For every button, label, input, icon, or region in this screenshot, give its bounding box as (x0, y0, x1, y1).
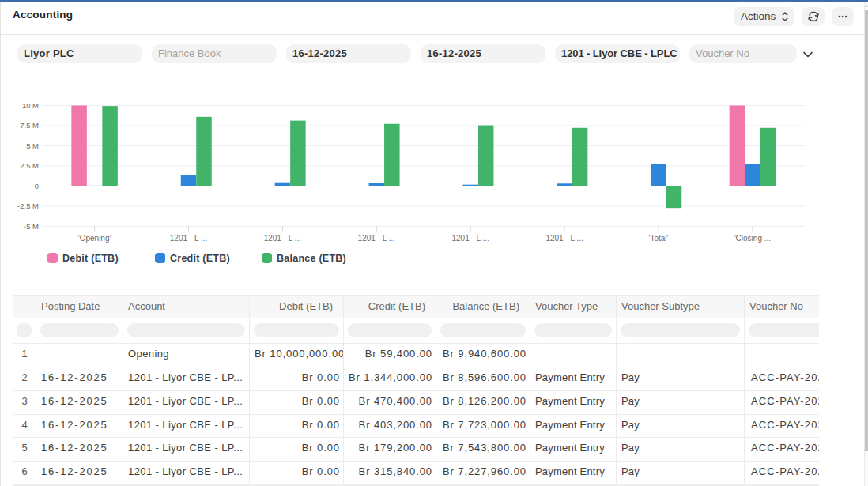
svg-text:-5 M: -5 M (24, 222, 39, 231)
svg-text:1201 - L ...: 1201 - L ... (358, 234, 395, 243)
svg-text:10 M: 10 M (22, 101, 39, 110)
svg-text:'Total': 'Total' (649, 234, 669, 243)
svg-text:0: 0 (35, 182, 39, 190)
svg-text:-2.5 M: -2.5 M (17, 202, 39, 210)
svg-text:1201 - L ...: 1201 - L ... (545, 234, 583, 243)
svg-text:7.5 M: 7.5 M (20, 121, 39, 130)
svg-text:1201 - L ...: 1201 - L ... (264, 234, 301, 243)
svg-text:2.5 M: 2.5 M (20, 161, 39, 170)
svg-text:1201 - L ...: 1201 - L ... (170, 234, 207, 243)
svg-text:'Opening': 'Opening' (78, 234, 111, 243)
svg-text:1201 - L ...: 1201 - L ... (451, 234, 489, 243)
svg-text:'Closing ...: 'Closing ... (734, 234, 771, 243)
svg-text:5 M: 5 M (26, 141, 39, 150)
